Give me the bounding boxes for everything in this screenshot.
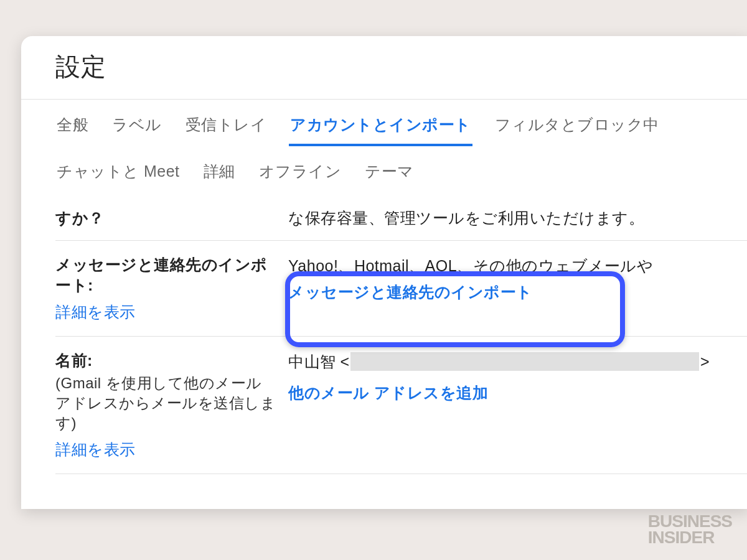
send-as-name: 中山智: [288, 353, 336, 370]
row-send-as-label: 名前:: [55, 350, 280, 371]
tab-accounts-import[interactable]: アカウントとインポート: [289, 111, 472, 146]
tab-inbox[interactable]: 受信トレイ: [184, 111, 268, 146]
add-another-email-link[interactable]: 他のメール アドレスを追加: [288, 381, 747, 404]
row-gmail-business: すか？ な保存容量、管理ツールをご利用いただけます。: [55, 202, 747, 241]
watermark-business-insider: BUSINESSINSIDER: [648, 513, 732, 546]
row-send-as: 名前: (Gmail を使用して他のメール アドレスからメールを送信します) 詳…: [55, 337, 747, 474]
settings-tabs: 全般 ラベル 受信トレイ アカウントとインポート フィルタとブロック中 チャット…: [55, 111, 747, 190]
row-import-learn-more-link[interactable]: 詳細を表示: [55, 302, 280, 322]
row-send-as-learn-more-link[interactable]: 詳細を表示: [55, 439, 280, 460]
tab-themes[interactable]: テーマ: [364, 157, 415, 190]
send-as-email-redacted: [350, 352, 699, 371]
row-gmail-business-label: すか？: [55, 207, 280, 229]
import-messages-contacts-link[interactable]: メッセージと連絡先のインポート: [288, 281, 533, 303]
tab-labels[interactable]: ラベル: [111, 111, 163, 146]
row-import: メッセージと連絡先のインポート: 詳細を表示 Yahoo!、Hotmail、AO…: [55, 241, 747, 337]
tab-general[interactable]: 全般: [55, 111, 90, 146]
tab-filters[interactable]: フィルタとブロック中: [494, 111, 660, 146]
tab-chat-meet[interactable]: チャットと Meet: [55, 157, 181, 190]
row-import-label: メッセージと連絡先のインポート:: [55, 254, 280, 296]
tab-offline[interactable]: オフライン: [258, 157, 343, 190]
settings-panel: 設定 全般 ラベル 受信トレイ アカウントとインポート フィルタとブロック中 チ…: [21, 36, 747, 509]
settings-content: すか？ な保存容量、管理ツールをご利用いただけます。 メッセージと連絡先のインポ…: [55, 202, 747, 474]
title-divider: [21, 99, 747, 100]
row-gmail-business-desc: な保存容量、管理ツールをご利用いただけます。: [288, 207, 747, 229]
row-import-desc: Yahoo!、Hotmail、AOL、その他のウェブメールや: [288, 257, 653, 274]
tab-advanced[interactable]: 詳細: [202, 157, 237, 190]
send-as-identity: 中山智 <>: [288, 350, 747, 373]
row-send-as-sublabel: (Gmail を使用して他のメール アドレスからメールを送信します): [55, 373, 280, 433]
page-title: 設定: [55, 50, 747, 84]
